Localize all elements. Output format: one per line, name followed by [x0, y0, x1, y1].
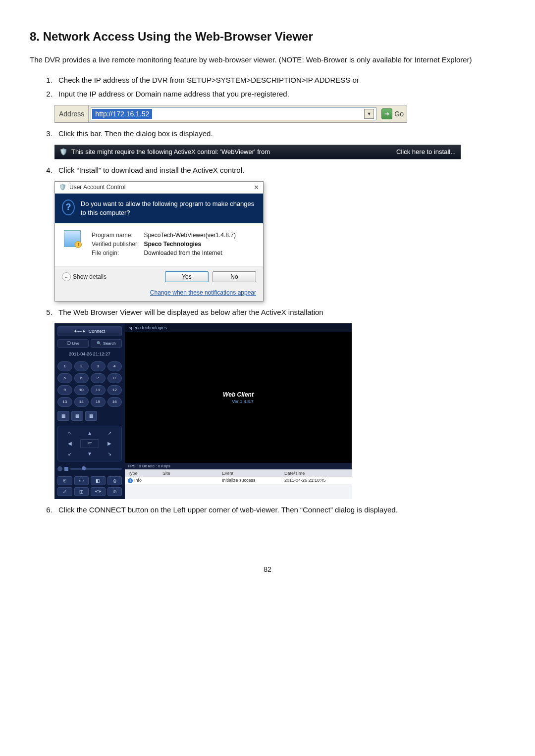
- publisher-value: Speco Technologies: [142, 240, 238, 248]
- uac-question-text: Do you want to allow the following progr…: [81, 200, 256, 217]
- channel-button[interactable]: 12: [107, 385, 122, 395]
- volume-slider[interactable]: [70, 468, 122, 470]
- chevron-down-icon: ⌄: [62, 272, 71, 281]
- show-details-label: Show details: [73, 273, 107, 280]
- ptz-up-left-icon[interactable]: ↖: [60, 429, 79, 438]
- go-arrow-icon: ➔: [381, 108, 392, 119]
- layout-2x2-icon[interactable]: ▦: [57, 411, 69, 421]
- ptz-center[interactable]: PT: [80, 439, 99, 448]
- speaker-icon: [57, 466, 62, 471]
- channel-button[interactable]: 6: [74, 373, 89, 383]
- ptz-up-right-icon[interactable]: ↗: [101, 429, 119, 438]
- volume-control[interactable]: [57, 466, 122, 471]
- section-number: 8.: [30, 30, 40, 43]
- steps-list-6: Click the CONNECT button on the Left upp…: [45, 504, 505, 516]
- channel-button[interactable]: 2: [74, 361, 89, 371]
- steps-list-5: The Web Browser Viewer will be displayed…: [45, 306, 505, 318]
- col-type: Type: [128, 471, 162, 476]
- tool-button-icon[interactable]: ⎙: [107, 476, 122, 485]
- close-icon[interactable]: ✕: [254, 184, 259, 191]
- ptz-up-icon[interactable]: ▲: [80, 429, 99, 438]
- web-viewer: ●—● Connect 🖵 Live 🔍 Search 2011-04-26 2…: [54, 323, 352, 499]
- channel-button[interactable]: 9: [57, 385, 72, 395]
- activex-infobar-figure: 🛡️ This site might require the following…: [54, 145, 505, 159]
- cell-type: iInfo: [128, 478, 162, 483]
- section-heading: 8. Network Access Using the Web-Browser …: [30, 30, 505, 44]
- ptz-pad: ↖ ▲ ↗ ◀ PT ▶ ↙ ▼ ↘: [57, 426, 122, 461]
- viewer-status-bar: FPS : 0 Bit rate : 0 Kbps: [125, 463, 352, 469]
- channel-button[interactable]: 5: [57, 373, 72, 383]
- viewer-video-area: Web Client Ver 1.4.8.7: [125, 332, 352, 463]
- layout-3x3-icon[interactable]: ▦: [71, 411, 83, 421]
- address-dropdown-icon[interactable]: ▼: [364, 109, 374, 119]
- tab-search[interactable]: 🔍 Search: [91, 339, 122, 348]
- channel-button[interactable]: 1: [57, 361, 72, 371]
- address-label: Address: [55, 105, 89, 122]
- connect-button[interactable]: ●—● Connect: [57, 326, 122, 336]
- change-notifications-link[interactable]: Change when these notifications appear: [150, 289, 256, 296]
- ptz-down-icon[interactable]: ▼: [80, 450, 99, 458]
- connect-icon: ●—●: [74, 329, 86, 334]
- channel-button[interactable]: 4: [107, 361, 122, 371]
- steps-list-3: Click this bar. Then the dialog box is d…: [45, 128, 505, 140]
- tool-button-icon[interactable]: ⎚: [107, 487, 122, 496]
- yes-button[interactable]: Yes: [165, 271, 209, 282]
- channel-button[interactable]: 15: [91, 397, 106, 407]
- tool-button-icon[interactable]: 🖵: [74, 476, 89, 485]
- steps-list-4: Click “Install” to download and install …: [45, 164, 505, 176]
- tool-button-icon[interactable]: ⤢: [57, 487, 72, 496]
- ptz-right-icon[interactable]: ▶: [101, 439, 119, 448]
- channel-button[interactable]: 10: [74, 385, 89, 395]
- go-label: Go: [394, 110, 404, 118]
- tool-button-icon[interactable]: ◫: [74, 487, 89, 496]
- step-2: Input the IP address or Domain name addr…: [54, 88, 505, 100]
- show-details-toggle[interactable]: ⌄ Show details: [62, 272, 107, 281]
- channel-grid: 1 2 3 4 5 6 7 8 9 10 11 12 13 14 15 16: [57, 361, 122, 407]
- channel-button[interactable]: 16: [107, 397, 122, 407]
- activex-install-link[interactable]: Click here to install...: [396, 148, 456, 155]
- tool-button-icon[interactable]: ◧: [91, 476, 106, 485]
- activex-infobar[interactable]: 🛡️ This site might require the following…: [54, 145, 461, 159]
- cell-datetime: 2011-04-26 21:10:45: [284, 478, 349, 483]
- shield-icon: 🛡️: [59, 148, 67, 156]
- search-icon: 🔍: [97, 341, 102, 346]
- ptz-left-icon[interactable]: ◀: [60, 439, 79, 448]
- channel-button[interactable]: 3: [91, 361, 106, 371]
- origin-value: Downloaded from the Internet: [142, 249, 238, 257]
- question-icon: ?: [62, 200, 75, 215]
- tab-live[interactable]: 🖵 Live: [57, 339, 89, 348]
- uac-title-text: User Account Control: [69, 184, 125, 191]
- web-viewer-figure: ●—● Connect 🖵 Live 🔍 Search 2011-04-26 2…: [54, 323, 505, 499]
- app-icon: [64, 230, 81, 247]
- address-bar-figure: Address http://172.16.1.52 ▼ ➔ Go: [54, 105, 505, 123]
- uac-question-area: ? Do you want to allow the following pro…: [55, 194, 263, 223]
- channel-button[interactable]: 11: [91, 385, 106, 395]
- go-button[interactable]: ➔ Go: [378, 108, 407, 119]
- channel-button[interactable]: 14: [74, 397, 89, 407]
- tool-button-icon[interactable]: ⎘: [57, 476, 72, 485]
- col-datetime: Date/Time: [284, 471, 349, 476]
- channel-button[interactable]: 7: [91, 373, 106, 383]
- uac-details-table: Program name: SpecoTech-WebViewer(ver1.4…: [89, 230, 239, 258]
- event-table-empty: [125, 484, 352, 499]
- ptz-down-left-icon[interactable]: ↙: [60, 450, 79, 458]
- info-icon: i: [128, 478, 133, 483]
- stop-icon: [64, 467, 68, 471]
- web-client-title: Web Client: [223, 391, 254, 398]
- step-3: Click this bar. Then the dialog box is d…: [54, 128, 505, 140]
- channel-button[interactable]: 8: [107, 373, 122, 383]
- viewer-brand: speco technologies: [125, 323, 352, 332]
- event-table-row: iInfo Initialize success 2011-04-26 21:1…: [125, 477, 352, 484]
- uac-shield-icon: 🛡️: [59, 184, 66, 191]
- ptz-down-right-icon[interactable]: ↘: [101, 450, 119, 458]
- viewer-main: speco technologies Web Client Ver 1.4.8.…: [125, 323, 352, 499]
- tool-button-icon[interactable]: •□•: [91, 487, 106, 496]
- event-table-header: Type Site Event Date/Time: [125, 470, 352, 477]
- address-input[interactable]: http://172.16.1.52 ▼: [91, 107, 376, 120]
- intro-paragraph: The DVR provides a live remote monitorin…: [30, 53, 505, 66]
- layout-4x4-icon[interactable]: ▦: [85, 411, 97, 421]
- no-button[interactable]: No: [213, 271, 256, 282]
- channel-button[interactable]: 13: [57, 397, 72, 407]
- tab-search-label: Search: [103, 341, 115, 346]
- viewer-side-panel: ●—● Connect 🖵 Live 🔍 Search 2011-04-26 2…: [54, 323, 125, 499]
